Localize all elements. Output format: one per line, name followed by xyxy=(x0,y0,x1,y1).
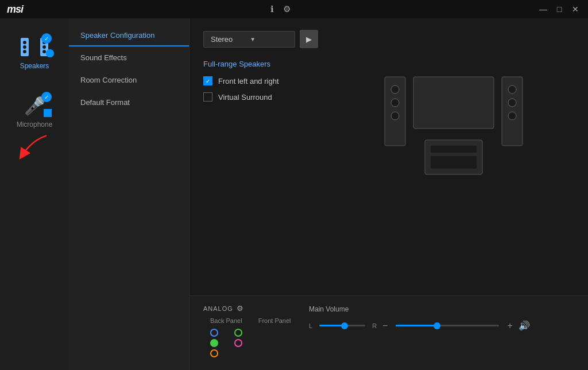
volume-header: Main Volume xyxy=(309,305,574,313)
speakers-section: Full-range Speakers ✓ Front left and rig… xyxy=(203,60,574,295)
svg-point-1 xyxy=(23,41,26,44)
vol-main-thumb[interactable] xyxy=(434,322,440,329)
speaker-diagram xyxy=(356,54,551,237)
front-speakers-checkbox[interactable]: ✓ xyxy=(203,76,212,85)
mic-dot-badge xyxy=(44,109,52,117)
annotation-arrow xyxy=(17,131,52,159)
speakers-check-badge: ✓ xyxy=(41,33,52,44)
mic-check-badge: ✓ xyxy=(41,92,52,102)
vol-L-thumb[interactable] xyxy=(341,322,348,329)
front-speakers-label: Front left and right xyxy=(218,77,279,85)
nav-item-default-format[interactable]: Default Format xyxy=(69,91,189,114)
bottom-panel: ANALOG ⚙ Back Panel Front Panel xyxy=(189,295,588,370)
back-panel-dot-green[interactable] xyxy=(210,339,218,347)
main-layout: ✓ Speakers 🎤 ✓ Microphone xyxy=(0,18,588,370)
svg-rect-18 xyxy=(413,77,494,128)
nav-item-speaker-config[interactable]: Speaker Configuration xyxy=(69,24,189,46)
content-area: Stereo ▼ ▶ Full-range Speakers ✓ Front l… xyxy=(189,18,588,370)
svg-point-12 xyxy=(391,99,399,107)
volume-control: L R − + 🔊 xyxy=(309,320,574,331)
info-button[interactable]: ℹ xyxy=(270,4,274,14)
analog-title: ANALOG xyxy=(203,305,233,312)
front-panel-dot-pink[interactable] xyxy=(234,339,242,347)
vol-minus-button[interactable]: − xyxy=(381,321,389,331)
front-panel-label: Front Panel xyxy=(258,317,291,324)
svg-point-3 xyxy=(23,50,26,53)
svg-rect-21 xyxy=(431,156,477,169)
virtual-surround-checkbox[interactable] xyxy=(203,92,212,102)
maximize-button[interactable]: □ xyxy=(554,3,565,15)
front-panel-dot-green[interactable] xyxy=(234,329,242,337)
svg-point-11 xyxy=(391,85,399,94)
stereo-dropdown[interactable]: Stereo ▼ xyxy=(203,31,295,48)
back-panel-dot-blue[interactable] xyxy=(210,329,218,337)
svg-point-16 xyxy=(508,99,516,107)
vol-L-slider-track[interactable] xyxy=(319,325,365,326)
play-button[interactable]: ▶ xyxy=(300,30,318,48)
top-controls: Stereo ▼ ▶ xyxy=(203,30,574,48)
vol-main-slider-track[interactable] xyxy=(396,325,499,326)
vol-L-label: L xyxy=(309,322,312,329)
window-controls: — □ ✕ xyxy=(537,3,581,15)
virtual-surround-label: Virtual Surround xyxy=(218,93,272,102)
microphone-label: Microphone xyxy=(17,120,53,128)
back-panel-dot-orange[interactable] xyxy=(210,349,218,357)
titlebar-icon-group: ℹ ⚙ xyxy=(270,4,291,14)
vol-plus-button[interactable]: + xyxy=(506,321,513,331)
vol-main-fill xyxy=(396,325,437,326)
svg-point-2 xyxy=(23,45,26,49)
color-dots-row-2 xyxy=(203,339,295,347)
color-dots-row-1 xyxy=(203,329,295,337)
speaker-diagram-svg xyxy=(368,65,540,226)
vol-R-label: R xyxy=(372,322,377,329)
check-icon: ✓ xyxy=(206,78,210,84)
svg-point-6 xyxy=(42,45,46,49)
analog-settings-icon[interactable]: ⚙ xyxy=(237,304,243,313)
app-logo: msi xyxy=(7,3,23,15)
nav-item-room-correction[interactable]: Room Correction xyxy=(69,69,189,91)
svg-point-17 xyxy=(508,112,516,120)
volume-section: Main Volume L R − + 🔊 xyxy=(309,304,574,331)
titlebar: msi ℹ ⚙ — □ ✕ xyxy=(0,0,588,18)
analog-header: ANALOG ⚙ xyxy=(203,304,295,313)
dropdown-arrow-icon: ▼ xyxy=(250,36,256,42)
analog-section: ANALOG ⚙ Back Panel Front Panel xyxy=(203,304,295,360)
svg-rect-20 xyxy=(431,146,477,153)
minimize-button[interactable]: — xyxy=(537,3,549,15)
speakers-label: Speakers xyxy=(20,62,49,70)
nav-item-sound-effects[interactable]: Sound Effects xyxy=(69,46,189,69)
settings-button[interactable]: ⚙ xyxy=(283,4,291,14)
panel-labels: Back Panel Front Panel xyxy=(203,317,295,324)
speakers-icon-container: ✓ xyxy=(17,34,52,60)
sidebar-item-speakers[interactable]: ✓ Speakers xyxy=(9,30,60,75)
sidebar-item-microphone[interactable]: 🎤 ✓ Microphone xyxy=(9,88,60,133)
sidebar: ✓ Speakers 🎤 ✓ Microphone xyxy=(0,18,69,370)
microphone-icon-container: 🎤 ✓ xyxy=(17,93,52,118)
svg-point-8 xyxy=(44,109,52,117)
svg-point-15 xyxy=(508,85,516,94)
volume-icon: 🔊 xyxy=(519,320,530,331)
svg-point-13 xyxy=(391,112,399,120)
close-button[interactable]: ✕ xyxy=(570,3,581,15)
nav-panel: Speaker Configuration Sound Effects Room… xyxy=(69,18,189,370)
back-panel-label: Back Panel xyxy=(210,317,242,324)
color-dots-row-3 xyxy=(203,349,295,357)
speakers-dot-badge xyxy=(46,49,54,57)
